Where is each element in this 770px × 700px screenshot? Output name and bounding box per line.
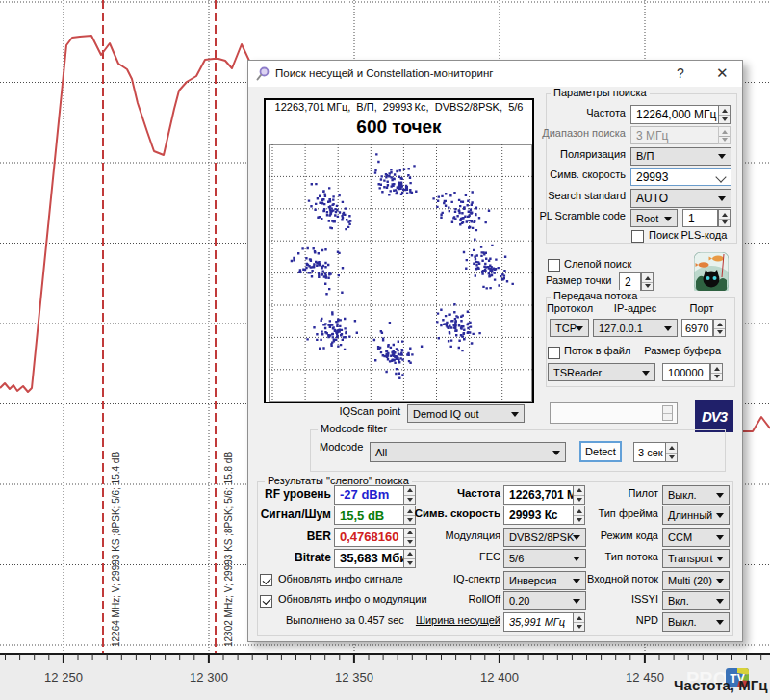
svg-text:12 300: 12 300 xyxy=(190,670,228,685)
svg-text:12 250: 12 250 xyxy=(44,670,83,685)
svg-text:12 400: 12 400 xyxy=(480,670,519,685)
svg-text:12 350: 12 350 xyxy=(335,670,373,685)
svg-text:Частота, МГц: Частота, МГц xyxy=(674,677,768,693)
svg-text:12 450: 12 450 xyxy=(626,670,664,685)
svg-text:12302 MHz; V; 29993 KS ;8PSK;: 12302 MHz; V; 29993 KS ;8PSK; 5/6; 15.8 … xyxy=(223,452,234,647)
svg-text:12264 MHz; V; 29993 KS ;8PSK;: 12264 MHz; V; 29993 KS ;8PSK; 5/6; 15.4 … xyxy=(111,452,121,647)
